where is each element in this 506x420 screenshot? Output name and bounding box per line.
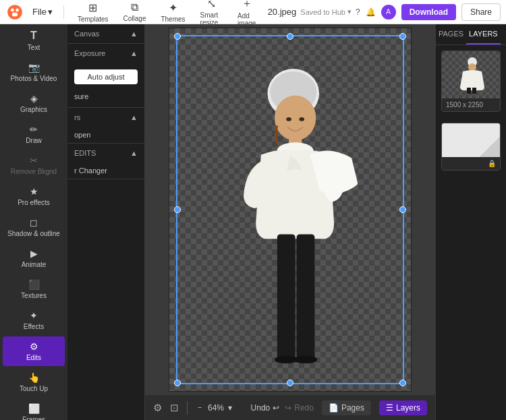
undo-button[interactable]: Undo ↩ bbox=[251, 403, 280, 413]
camera-icon: 📷 bbox=[28, 62, 40, 73]
sidebar-item-photos-video[interactable]: 📷 Photos & Video bbox=[3, 57, 65, 87]
layers-button[interactable]: ☰ Layers bbox=[379, 400, 427, 415]
text-icon: T bbox=[30, 30, 37, 42]
zoom-control[interactable]: － 64% ▾ bbox=[196, 402, 232, 413]
shadow-icon: ◻ bbox=[30, 217, 38, 228]
sidebar-item-frames[interactable]: ⬜ Frames bbox=[3, 398, 65, 420]
canvas-bottombar: ⚙ ⊡ － 64% ▾ Undo ↩ ↪ Redo 📄 Pages bbox=[145, 394, 435, 420]
panel-section-sharpen: rs ▲ open bbox=[67, 108, 144, 144]
logo-icon bbox=[5, 3, 24, 22]
topbar-icons: ? 🔔 A bbox=[356, 5, 396, 20]
templates-tool[interactable]: ⊞ Templates bbox=[71, 0, 115, 25]
svg-rect-19 bbox=[472, 88, 476, 94]
sidebar-item-edits[interactable]: ⚙ Edits bbox=[3, 336, 65, 366]
undo-icon: ↩ bbox=[273, 403, 279, 413]
settings-icon[interactable]: ⚙ bbox=[153, 402, 162, 414]
close-right-panel[interactable]: ✕ bbox=[501, 24, 506, 44]
sidebar-item-animate[interactable]: ▶ Animate bbox=[3, 243, 65, 273]
collage-tool[interactable]: ⧉ Collage bbox=[117, 0, 153, 24]
right-panel-tabs: PAGES LAYERS ✕ bbox=[436, 24, 506, 45]
auto-adjust-button[interactable]: Auto adjust bbox=[74, 69, 138, 84]
tab-layers[interactable]: LAYERS bbox=[466, 24, 501, 44]
layer-blank-image bbox=[442, 123, 500, 157]
sidebar-item-pro-effects[interactable]: ★ Pro effects bbox=[3, 181, 65, 211]
layer-thumb-label-1: 1500 x 2250 bbox=[442, 98, 500, 111]
edits-icon: ⚙ bbox=[30, 341, 38, 352]
svg-point-0 bbox=[7, 5, 22, 20]
svg-point-6 bbox=[275, 95, 316, 140]
sidebar-item-draw[interactable]: ✏ Draw bbox=[3, 119, 65, 149]
tab-pages[interactable]: PAGES bbox=[436, 24, 466, 44]
scissors-icon: ✂ bbox=[30, 155, 38, 166]
canvas-area: ⚙ ⊡ － 64% ▾ Undo ↩ ↪ Redo 📄 Pages bbox=[145, 24, 435, 420]
filename-area: 20.jpeg Saved to Hub ▾ bbox=[268, 7, 352, 17]
sidebar-item-text[interactable]: T Text bbox=[3, 25, 65, 56]
panel-canvas-header[interactable]: Canvas ▲ bbox=[67, 24, 144, 43]
panel-open-item[interactable]: open bbox=[67, 127, 144, 143]
resize-icon[interactable]: ⊡ bbox=[170, 402, 179, 414]
sidebar-item-effects[interactable]: ✦ Effects bbox=[3, 305, 65, 335]
svg-point-3 bbox=[12, 12, 18, 16]
pages-button[interactable]: 📄 Pages bbox=[322, 400, 371, 415]
pages-icon: 📄 bbox=[329, 403, 339, 413]
topbar-divider bbox=[63, 5, 64, 19]
layers-icon: ☰ bbox=[386, 403, 393, 413]
sidebar-item-shadow-outline[interactable]: ◻ Shadow & outline bbox=[3, 212, 65, 242]
panel-sharpen-header[interactable]: rs ▲ bbox=[67, 108, 144, 127]
share-button[interactable]: Share bbox=[461, 3, 501, 21]
right-panel: PAGES LAYERS ✕ 1500 x 2250 bbox=[435, 24, 506, 420]
svg-rect-9 bbox=[277, 234, 296, 360]
panel: Canvas ▲ Exposure ▲ Auto adjust sure rs … bbox=[67, 24, 145, 420]
left-sidebar: T Text 📷 Photos & Video ◈ Graphics ✏ Dra… bbox=[0, 24, 67, 420]
touchup-icon: 👆 bbox=[28, 372, 40, 383]
sidebar-item-textures[interactable]: ⬛ Textures bbox=[3, 274, 65, 304]
panel-exposure-header[interactable]: Exposure ▲ bbox=[67, 44, 144, 63]
svg-rect-18 bbox=[467, 88, 471, 94]
svg-point-1 bbox=[11, 8, 14, 11]
canvas-background bbox=[169, 28, 412, 392]
avatar[interactable]: A bbox=[381, 5, 396, 20]
texture-icon: ⬛ bbox=[28, 279, 40, 290]
panel-exposure-item[interactable]: sure bbox=[67, 88, 144, 104]
sidebar-item-touch-up[interactable]: 👆 Touch Up bbox=[3, 367, 65, 397]
panel-section-canvas: Canvas ▲ bbox=[67, 24, 144, 44]
topbar-right: ? 🔔 A Download Share bbox=[356, 3, 501, 21]
svg-point-2 bbox=[16, 8, 19, 11]
bell-icon[interactable]: 🔔 bbox=[366, 7, 376, 17]
saved-badge[interactable]: Saved to Hub ▾ bbox=[300, 7, 352, 16]
star-icon: ★ bbox=[30, 186, 38, 197]
main-area: T Text 📷 Photos & Video ◈ Graphics ✏ Dra… bbox=[0, 24, 506, 420]
effects-icon: ✦ bbox=[30, 310, 38, 321]
layer-thumbnail-1[interactable]: 1500 x 2250 bbox=[441, 51, 501, 112]
panel-edits-header[interactable]: EDITS ▲ bbox=[67, 144, 144, 162]
panel-changer-item[interactable]: r Changer bbox=[67, 162, 144, 179]
layer-thumbnail-2[interactable]: 🔒 bbox=[441, 123, 501, 171]
zoom-value[interactable]: 64% bbox=[208, 403, 224, 413]
panel-section-exposure: Exposure ▲ Auto adjust sure bbox=[67, 44, 144, 108]
layer-blank-label: 🔒 bbox=[442, 157, 500, 170]
zoom-out-icon[interactable]: － bbox=[196, 402, 204, 413]
undo-redo-controls: Undo ↩ ↪ Redo bbox=[251, 403, 314, 413]
redo-button[interactable]: ↪ Redo bbox=[285, 403, 314, 413]
graphics-icon: ◈ bbox=[30, 93, 38, 104]
frames-icon: ⬜ bbox=[28, 403, 40, 414]
bottombar-separator bbox=[187, 401, 188, 415]
redo-icon: ↪ bbox=[285, 403, 291, 413]
draw-icon: ✏ bbox=[30, 124, 38, 135]
panel-section-edits: EDITS ▲ r Changer bbox=[67, 144, 144, 179]
topbar: File ▾ ⊞ Templates ⧉ Collage ✦ Themes ⤡ … bbox=[0, 0, 506, 24]
canvas-image[interactable] bbox=[169, 28, 411, 391]
file-menu[interactable]: File ▾ bbox=[28, 4, 57, 20]
lock-icon: 🔒 bbox=[488, 160, 496, 167]
sidebar-item-graphics[interactable]: ◈ Graphics bbox=[3, 88, 65, 118]
zoom-chevron-icon[interactable]: ▾ bbox=[228, 403, 232, 413]
person-figure bbox=[223, 55, 358, 365]
animate-icon: ▶ bbox=[30, 248, 38, 259]
svg-rect-10 bbox=[297, 234, 315, 360]
svg-point-12 bbox=[294, 355, 318, 363]
sidebar-item-remove-bg[interactable]: ✂ Remove Bkgnd bbox=[3, 150, 65, 180]
themes-tool[interactable]: ✦ Themes bbox=[154, 0, 192, 25]
download-button[interactable]: Download bbox=[401, 4, 456, 20]
canvas-wrapper[interactable] bbox=[145, 24, 435, 394]
help-icon[interactable]: ? bbox=[356, 7, 360, 17]
